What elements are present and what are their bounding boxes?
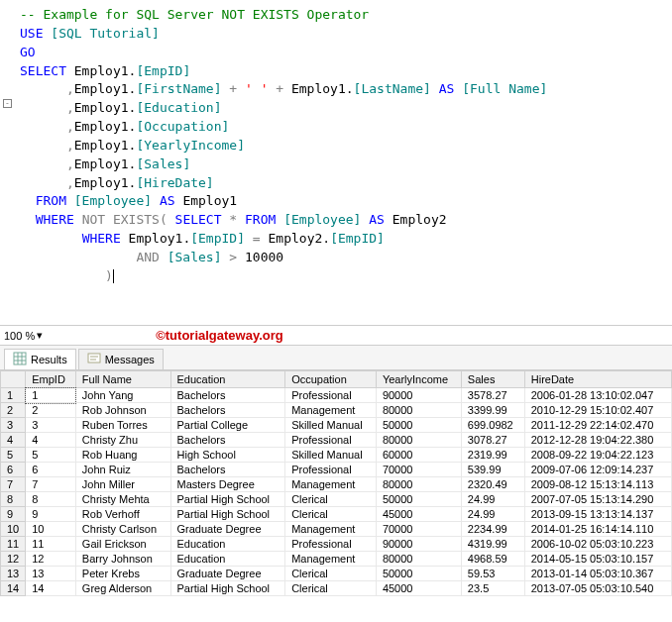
cell[interactable]: 3: [26, 418, 76, 433]
cell[interactable]: 24.99: [461, 507, 524, 522]
cell[interactable]: Management: [285, 403, 377, 418]
cell[interactable]: 45000: [376, 581, 461, 596]
cell[interactable]: 50000: [376, 418, 461, 433]
cell[interactable]: 80000: [376, 477, 461, 492]
cell[interactable]: 4: [26, 433, 76, 448]
cell[interactable]: Rob Huang: [75, 448, 170, 463]
cell[interactable]: Rob Verhoff: [75, 507, 170, 522]
cell[interactable]: Partial High School: [170, 492, 285, 507]
cell[interactable]: Bachelors: [170, 403, 285, 418]
fold-icon[interactable]: -: [3, 99, 12, 108]
cell[interactable]: 2007-07-05 15:13:14.290: [524, 492, 671, 507]
cell[interactable]: 4319.99: [461, 537, 524, 552]
cell[interactable]: 2319.99: [461, 448, 524, 463]
cell[interactable]: 50000: [376, 567, 461, 581]
cell[interactable]: Ruben Torres: [75, 418, 170, 433]
zoom-dropdown[interactable]: 100 % ▾: [4, 329, 43, 342]
cell[interactable]: 14: [26, 581, 76, 596]
column-header[interactable]: HireDate: [524, 371, 671, 388]
cell[interactable]: 2012-12-28 19:04:22.380: [524, 433, 671, 448]
cell[interactable]: 90000: [376, 537, 461, 552]
cell[interactable]: Christy Mehta: [75, 492, 170, 507]
cell[interactable]: Management: [285, 552, 377, 567]
cell[interactable]: 12: [26, 552, 76, 567]
row-number[interactable]: 9: [1, 507, 26, 522]
table-row[interactable]: 88Christy MehtaPartial High SchoolCleric…: [1, 492, 672, 507]
column-header[interactable]: Full Name: [75, 371, 170, 388]
cell[interactable]: Professional: [285, 433, 377, 448]
cell[interactable]: Rob Johnson: [75, 403, 170, 418]
cell[interactable]: 2011-12-29 22:14:02.470: [524, 418, 671, 433]
cell[interactable]: Bachelors: [170, 463, 285, 477]
cell[interactable]: 11: [26, 537, 76, 552]
table-row[interactable]: 77John MillerMasters DegreeManagement800…: [1, 477, 672, 492]
cell[interactable]: 10: [26, 522, 76, 537]
cell[interactable]: 13: [26, 567, 76, 581]
cell[interactable]: 23.5: [461, 581, 524, 596]
cell[interactable]: Peter Krebs: [75, 567, 170, 581]
table-row[interactable]: 1313Peter KrebsGraduate DegreeClerical50…: [1, 567, 672, 581]
cell[interactable]: 2320.49: [461, 477, 524, 492]
tab-messages[interactable]: Messages: [78, 349, 164, 369]
cell[interactable]: Graduate Degree: [170, 522, 285, 537]
cell[interactable]: 2014-01-25 16:14:14.110: [524, 522, 671, 537]
row-number[interactable]: 6: [1, 463, 26, 477]
cell[interactable]: Professional: [285, 388, 377, 403]
cell[interactable]: John Ruiz: [75, 463, 170, 477]
cell[interactable]: Clerical: [285, 567, 377, 581]
cell[interactable]: 50000: [376, 492, 461, 507]
column-header[interactable]: EmpID: [26, 371, 76, 388]
cell[interactable]: 45000: [376, 507, 461, 522]
cell[interactable]: 2009-07-06 12:09:14.237: [524, 463, 671, 477]
cell[interactable]: 3399.99: [461, 403, 524, 418]
table-row[interactable]: 22Rob JohnsonBachelorsManagement80000339…: [1, 403, 672, 418]
cell[interactable]: 2234.99: [461, 522, 524, 537]
row-number[interactable]: 4: [1, 433, 26, 448]
results-grid[interactable]: EmpIDFull NameEducationOccupationYearlyI…: [0, 369, 672, 619]
row-number[interactable]: 2: [1, 403, 26, 418]
table-row[interactable]: 44Christy ZhuBachelorsProfessional800003…: [1, 433, 672, 448]
cell[interactable]: 699.0982: [461, 418, 524, 433]
cell[interactable]: 2013-07-05 05:03:10.540: [524, 581, 671, 596]
cell[interactable]: Bachelors: [170, 433, 285, 448]
cell[interactable]: 24.99: [461, 492, 524, 507]
row-number[interactable]: 13: [1, 567, 26, 581]
table-row[interactable]: 11John YangBachelorsProfessional90000357…: [1, 388, 672, 403]
cell[interactable]: Partial High School: [170, 507, 285, 522]
table-row[interactable]: 1414Greg AldersonPartial High SchoolCler…: [1, 581, 672, 596]
cell[interactable]: 2013-09-15 13:13:14.137: [524, 507, 671, 522]
row-number[interactable]: 12: [1, 552, 26, 567]
row-number[interactable]: 10: [1, 522, 26, 537]
cell[interactable]: 2006-10-02 05:03:10.223: [524, 537, 671, 552]
row-number[interactable]: 8: [1, 492, 26, 507]
cell[interactable]: 80000: [376, 433, 461, 448]
cell[interactable]: Christy Carlson: [75, 522, 170, 537]
cell[interactable]: Education: [170, 537, 285, 552]
cell[interactable]: Partial College: [170, 418, 285, 433]
cell[interactable]: Graduate Degree: [170, 567, 285, 581]
column-header[interactable]: Occupation: [285, 371, 377, 388]
cell[interactable]: Skilled Manual: [285, 418, 377, 433]
cell[interactable]: Management: [285, 522, 377, 537]
column-header[interactable]: Sales: [461, 371, 524, 388]
cell[interactable]: 2: [26, 403, 76, 418]
cell[interactable]: 90000: [376, 388, 461, 403]
cell[interactable]: Professional: [285, 537, 377, 552]
cell[interactable]: 3078.27: [461, 433, 524, 448]
cell[interactable]: 80000: [376, 552, 461, 567]
cell[interactable]: Clerical: [285, 507, 377, 522]
cell[interactable]: 2006-01-28 13:10:02.047: [524, 388, 671, 403]
cell[interactable]: Education: [170, 552, 285, 567]
cell[interactable]: 60000: [376, 448, 461, 463]
cell[interactable]: 8: [26, 492, 76, 507]
cell[interactable]: 70000: [376, 463, 461, 477]
cell[interactable]: Clerical: [285, 492, 377, 507]
cell[interactable]: 7: [26, 477, 76, 492]
cell[interactable]: John Yang: [75, 388, 170, 403]
table-row[interactable]: 33Ruben TorresPartial CollegeSkilled Man…: [1, 418, 672, 433]
cell[interactable]: 1: [26, 388, 76, 403]
cell[interactable]: John Miller: [75, 477, 170, 492]
cell[interactable]: High School: [170, 448, 285, 463]
row-number[interactable]: 14: [1, 581, 26, 596]
cell[interactable]: 539.99: [461, 463, 524, 477]
